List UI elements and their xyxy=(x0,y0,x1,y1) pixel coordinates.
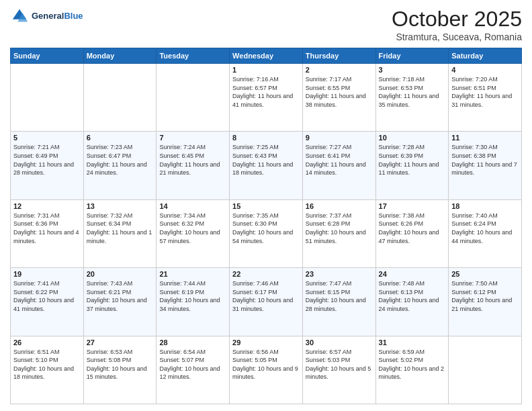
day-info: Sunrise: 6:54 AM Sunset: 5:07 PM Dayligh… xyxy=(159,348,226,381)
day-number: 26 xyxy=(13,338,81,347)
day-number: 31 xyxy=(379,338,446,347)
calendar-cell xyxy=(11,64,84,132)
calendar-cell: 3Sunrise: 7:18 AM Sunset: 6:53 PM Daylig… xyxy=(375,64,449,132)
day-number: 7 xyxy=(159,134,226,142)
calendar-header-row: Sunday Monday Tuesday Wednesday Thursday… xyxy=(11,48,522,64)
day-number: 2 xyxy=(306,66,373,74)
day-info: Sunrise: 7:28 AM Sunset: 6:39 PM Dayligh… xyxy=(379,143,446,177)
calendar-cell: 13Sunrise: 7:32 AM Sunset: 6:34 PM Dayli… xyxy=(83,199,157,267)
calendar-cell: 8Sunrise: 7:25 AM Sunset: 6:43 PM Daylig… xyxy=(230,132,303,199)
calendar-cell: 25Sunrise: 7:50 AM Sunset: 6:12 PM Dayli… xyxy=(449,268,522,336)
day-info: Sunrise: 7:25 AM Sunset: 6:43 PM Dayligh… xyxy=(232,143,300,177)
day-info: Sunrise: 7:21 AM Sunset: 6:49 PM Dayligh… xyxy=(13,143,81,177)
day-info: Sunrise: 7:40 AM Sunset: 6:24 PM Dayligh… xyxy=(451,212,519,245)
day-number: 28 xyxy=(159,338,226,347)
logo-line1: General xyxy=(32,11,64,21)
calendar-cell: 12Sunrise: 7:31 AM Sunset: 6:36 PM Dayli… xyxy=(11,199,84,267)
day-info: Sunrise: 7:47 AM Sunset: 6:15 PM Dayligh… xyxy=(306,279,373,313)
day-info: Sunrise: 6:53 AM Sunset: 5:08 PM Dayligh… xyxy=(87,348,154,381)
day-number: 11 xyxy=(451,134,519,142)
logo-text: GeneralBlue xyxy=(32,11,83,21)
calendar-cell: 14Sunrise: 7:34 AM Sunset: 6:32 PM Dayli… xyxy=(157,199,230,267)
calendar-cell xyxy=(83,64,157,132)
day-info: Sunrise: 7:27 AM Sunset: 6:41 PM Dayligh… xyxy=(306,143,373,177)
day-number: 12 xyxy=(13,202,81,210)
day-info: Sunrise: 7:24 AM Sunset: 6:45 PM Dayligh… xyxy=(159,143,226,177)
day-number: 22 xyxy=(232,270,300,278)
calendar-cell: 16Sunrise: 7:37 AM Sunset: 6:28 PM Dayli… xyxy=(302,199,375,267)
day-number: 19 xyxy=(13,270,81,278)
col-monday: Monday xyxy=(83,48,157,64)
col-tuesday: Tuesday xyxy=(157,48,230,64)
col-saturday: Saturday xyxy=(449,48,522,64)
day-number: 4 xyxy=(451,66,519,74)
calendar-cell: 6Sunrise: 7:23 AM Sunset: 6:47 PM Daylig… xyxy=(83,132,157,199)
calendar-week-5: 26Sunrise: 6:51 AM Sunset: 5:10 PM Dayli… xyxy=(11,336,522,404)
calendar-cell: 28Sunrise: 6:54 AM Sunset: 5:07 PM Dayli… xyxy=(157,336,230,404)
calendar-cell: 1Sunrise: 7:16 AM Sunset: 6:57 PM Daylig… xyxy=(230,64,303,132)
day-number: 10 xyxy=(379,134,446,142)
day-number: 15 xyxy=(232,202,300,210)
calendar-cell: 19Sunrise: 7:41 AM Sunset: 6:22 PM Dayli… xyxy=(11,268,84,336)
day-number: 13 xyxy=(87,202,154,210)
day-info: Sunrise: 7:18 AM Sunset: 6:53 PM Dayligh… xyxy=(379,75,446,109)
calendar-cell: 15Sunrise: 7:35 AM Sunset: 6:30 PM Dayli… xyxy=(230,199,303,267)
day-info: Sunrise: 7:44 AM Sunset: 6:19 PM Dayligh… xyxy=(159,279,226,313)
calendar-cell: 29Sunrise: 6:56 AM Sunset: 5:05 PM Dayli… xyxy=(230,336,303,404)
calendar-week-1: 1Sunrise: 7:16 AM Sunset: 6:57 PM Daylig… xyxy=(11,64,522,132)
col-sunday: Sunday xyxy=(11,48,84,64)
calendar-cell: 26Sunrise: 6:51 AM Sunset: 5:10 PM Dayli… xyxy=(11,336,84,404)
day-info: Sunrise: 7:23 AM Sunset: 6:47 PM Dayligh… xyxy=(87,143,154,177)
calendar-cell: 22Sunrise: 7:46 AM Sunset: 6:17 PM Dayli… xyxy=(230,268,303,336)
calendar-cell: 11Sunrise: 7:30 AM Sunset: 6:38 PM Dayli… xyxy=(449,132,522,199)
calendar-cell: 5Sunrise: 7:21 AM Sunset: 6:49 PM Daylig… xyxy=(11,132,84,199)
day-info: Sunrise: 7:48 AM Sunset: 6:13 PM Dayligh… xyxy=(379,279,446,313)
calendar-cell: 17Sunrise: 7:38 AM Sunset: 6:26 PM Dayli… xyxy=(375,199,449,267)
calendar-cell xyxy=(449,336,522,404)
day-info: Sunrise: 7:30 AM Sunset: 6:38 PM Dayligh… xyxy=(451,143,519,177)
day-number: 29 xyxy=(232,338,300,347)
header: GeneralBlue October 2025 Stramtura, Suce… xyxy=(10,7,522,42)
calendar-week-2: 5Sunrise: 7:21 AM Sunset: 6:49 PM Daylig… xyxy=(11,132,522,199)
month-title: October 2025 xyxy=(392,7,522,32)
day-number: 17 xyxy=(379,202,446,210)
day-number: 23 xyxy=(306,270,373,278)
calendar-cell: 18Sunrise: 7:40 AM Sunset: 6:24 PM Dayli… xyxy=(449,199,522,267)
logo-icon xyxy=(10,7,29,26)
calendar-cell: 24Sunrise: 7:48 AM Sunset: 6:13 PM Dayli… xyxy=(375,268,449,336)
day-number: 1 xyxy=(232,66,300,74)
day-number: 24 xyxy=(379,270,446,278)
calendar-cell: 20Sunrise: 7:43 AM Sunset: 6:21 PM Dayli… xyxy=(83,268,157,336)
day-info: Sunrise: 6:56 AM Sunset: 5:05 PM Dayligh… xyxy=(232,348,300,381)
page: GeneralBlue October 2025 Stramtura, Suce… xyxy=(0,0,532,411)
day-info: Sunrise: 6:59 AM Sunset: 5:02 PM Dayligh… xyxy=(379,348,446,381)
day-info: Sunrise: 7:43 AM Sunset: 6:21 PM Dayligh… xyxy=(87,279,154,313)
day-info: Sunrise: 7:31 AM Sunset: 6:36 PM Dayligh… xyxy=(13,212,81,245)
calendar-cell: 31Sunrise: 6:59 AM Sunset: 5:02 PM Dayli… xyxy=(375,336,449,404)
calendar-table: Sunday Monday Tuesday Wednesday Thursday… xyxy=(10,48,522,404)
col-friday: Friday xyxy=(375,48,449,64)
location: Stramtura, Suceava, Romania xyxy=(392,32,522,42)
logo-line2: Blue xyxy=(64,11,83,21)
day-number: 21 xyxy=(159,270,226,278)
day-info: Sunrise: 7:46 AM Sunset: 6:17 PM Dayligh… xyxy=(232,279,300,313)
day-info: Sunrise: 6:57 AM Sunset: 5:03 PM Dayligh… xyxy=(306,348,373,381)
calendar-week-3: 12Sunrise: 7:31 AM Sunset: 6:36 PM Dayli… xyxy=(11,199,522,267)
day-info: Sunrise: 7:16 AM Sunset: 6:57 PM Dayligh… xyxy=(232,75,300,109)
day-number: 27 xyxy=(87,338,154,347)
calendar-week-4: 19Sunrise: 7:41 AM Sunset: 6:22 PM Dayli… xyxy=(11,268,522,336)
day-info: Sunrise: 7:37 AM Sunset: 6:28 PM Dayligh… xyxy=(306,212,373,245)
calendar-cell: 21Sunrise: 7:44 AM Sunset: 6:19 PM Dayli… xyxy=(157,268,230,336)
day-number: 20 xyxy=(87,270,154,278)
calendar-cell: 23Sunrise: 7:47 AM Sunset: 6:15 PM Dayli… xyxy=(302,268,375,336)
logo: GeneralBlue xyxy=(10,7,83,26)
day-info: Sunrise: 7:34 AM Sunset: 6:32 PM Dayligh… xyxy=(159,212,226,245)
day-info: Sunrise: 7:32 AM Sunset: 6:34 PM Dayligh… xyxy=(87,212,154,245)
calendar-cell: 2Sunrise: 7:17 AM Sunset: 6:55 PM Daylig… xyxy=(302,64,375,132)
day-number: 9 xyxy=(306,134,373,142)
day-number: 30 xyxy=(306,338,373,347)
calendar-cell: 9Sunrise: 7:27 AM Sunset: 6:41 PM Daylig… xyxy=(302,132,375,199)
day-number: 14 xyxy=(159,202,226,210)
day-info: Sunrise: 7:35 AM Sunset: 6:30 PM Dayligh… xyxy=(232,212,300,245)
calendar-cell: 30Sunrise: 6:57 AM Sunset: 5:03 PM Dayli… xyxy=(302,336,375,404)
